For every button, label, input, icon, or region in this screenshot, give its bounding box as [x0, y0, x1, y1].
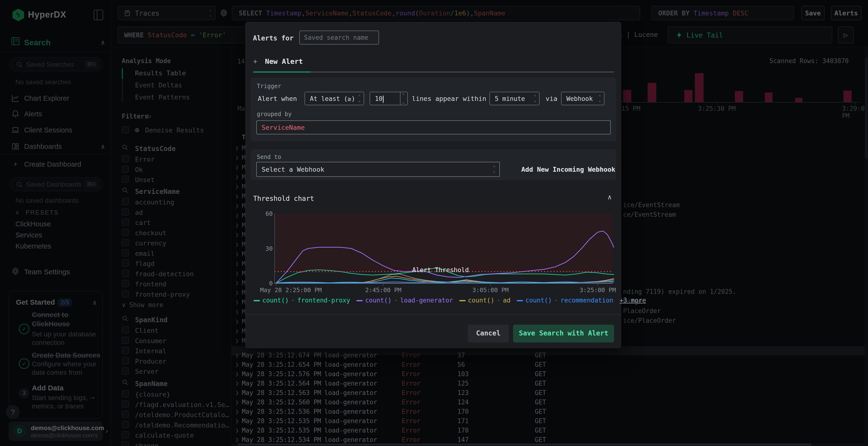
tab-underline-active	[253, 71, 311, 72]
chart-legend: count()·frontend-proxycount()·load-gener…	[254, 297, 615, 304]
tab-new-alert[interactable]: + New Alert	[253, 57, 303, 66]
legend-dash-icon	[459, 300, 466, 301]
cancel-button[interactable]: Cancel	[468, 324, 509, 342]
grouped-by-input[interactable]: ServiceName	[256, 121, 611, 134]
legend-item-load-generator[interactable]: count()·load-generator	[356, 297, 453, 304]
alert-when-label: Alert when	[258, 95, 297, 102]
number-stepper[interactable]: ⌃ ⌄	[400, 92, 407, 105]
send-to-card: Send to Select a Webhook ⌃⌄ Add New Inco…	[251, 149, 616, 180]
updown-chevrons-icon: ⌃⌄	[493, 166, 495, 173]
grouped-by-value: ServiceName	[261, 124, 305, 131]
stepper-up-icon: ⌃	[402, 93, 405, 97]
trigger-card: Trigger Alert when At least (≥) ⌃⌄ 10 ⌃ …	[251, 77, 616, 141]
chart-xtick-label: May 28 2:25:00 PM	[260, 286, 322, 294]
add-webhook-button[interactable]: Add New Incoming Webhook	[521, 166, 615, 173]
lines-within-label: lines appear within	[412, 95, 486, 102]
collapse-chart-icon[interactable]: ∧	[608, 193, 612, 201]
channel-select[interactable]: Webhook ⌃⌄	[561, 92, 604, 105]
ytick-30: 30	[262, 245, 273, 252]
grouped-by-label: grouped by	[257, 111, 292, 117]
threshold-chart-label: Threshold chart	[253, 195, 314, 203]
saved-search-name-placeholder: Saved search name	[304, 34, 368, 41]
save-search-with-alert-button[interactable]: Save Search with Alert	[513, 324, 614, 342]
chart-xtick-label: 3:05:00 PM	[472, 286, 509, 294]
modal-title: Alerts for	[253, 34, 294, 42]
window-select[interactable]: 5 minute ⌃⌄	[490, 92, 539, 105]
text-caret	[383, 96, 383, 103]
legend-dash-icon	[517, 300, 523, 301]
legend-dash-icon	[254, 300, 260, 301]
legend-item-frontend-proxy[interactable]: count()·frontend-proxy	[254, 297, 350, 304]
webhook-select[interactable]: Select a Webhook ⌃⌄	[256, 162, 500, 177]
alert-modal: Alerts for Saved search name + New Alert…	[245, 22, 621, 348]
webhook-select-value: Select a Webhook	[261, 166, 324, 173]
send-to-label: Send to	[257, 153, 281, 160]
ytick-60: 60	[262, 210, 273, 217]
hyperdx-app: ϟ HyperDX Search ∧ Saved Searches ⌘K No …	[0, 0, 868, 446]
legend-item-ad[interactable]: count()·ad	[459, 297, 511, 304]
stepper-down-icon: ⌄	[402, 100, 405, 104]
via-label: via	[546, 95, 557, 102]
divider	[245, 314, 621, 315]
condition-select[interactable]: At least (≥) ⌃⌄	[305, 92, 364, 105]
ytick-0: 0	[262, 280, 273, 287]
chart-xtick-label: 3:25:00 PM	[580, 286, 616, 294]
legend-more-button[interactable]: +3 more	[620, 297, 646, 304]
trigger-label: Trigger	[257, 83, 281, 90]
alert-threshold-label: Alert Threshold	[412, 266, 469, 274]
threshold-number-input[interactable]: 10 ⌃ ⌄	[370, 92, 408, 105]
legend-item-recommendation[interactable]: count()·recommendation	[517, 297, 613, 304]
chart-xtick-label: 2:45:00 PM	[365, 286, 401, 294]
saved-search-name-input[interactable]: Saved search name	[299, 31, 379, 44]
plus-icon: +	[253, 57, 257, 66]
legend-dash-icon	[356, 300, 363, 301]
